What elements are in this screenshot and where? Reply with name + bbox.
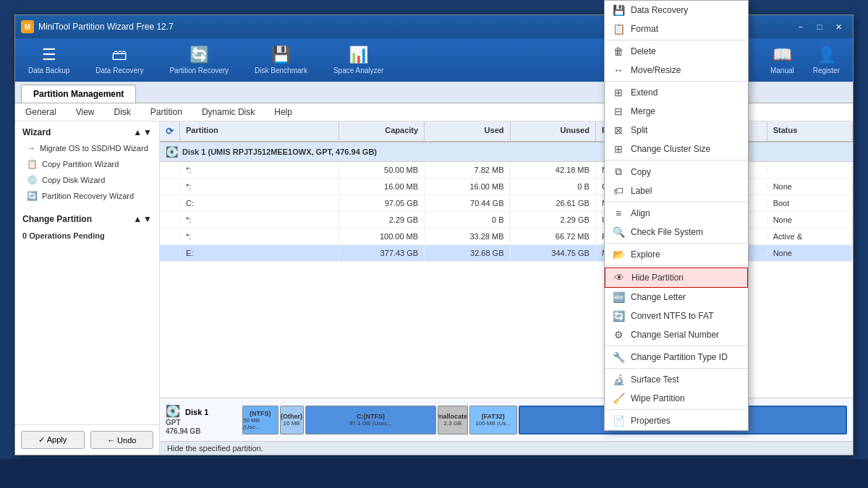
ctx-split[interactable]: ⊠Split [605,121,748,140]
explore-icon: 📂 [612,249,625,260]
minimize-button[interactable]: − [792,20,809,34]
tab-partition-management[interactable]: Partition Management [21,85,136,103]
check-file-system-icon: 🔍 [612,226,625,238]
data-recovery-icon: 🗃 [111,46,127,64]
ctx-label[interactable]: 🏷Label [605,181,748,200]
change-cluster-size-icon: ⊞ [612,143,625,155]
refresh-icon[interactable]: ⟳ [166,126,174,137]
split-icon: ⊠ [612,124,625,136]
disk1-label: Disk 1 (UMIS RPJTJ512MEE1OWX, GPT, 476.9… [182,147,377,156]
register-icon: 👤 [817,46,836,64]
ctx-move-resize[interactable]: ↔Move/Resize [605,61,748,80]
table-row[interactable]: C: 97.05 GB 70.44 GB 26.61 GB NTFS Boot [160,195,853,212]
ctx-copy[interactable]: ⧉Copy [605,162,748,181]
table-row[interactable]: E: 377.43 GB 32.68 GB 344.75 GB NTFS Non… [160,245,853,262]
menu-general[interactable]: General [21,106,61,119]
ctx-label: Change Partition Type ID [631,352,728,362]
sidebar-migrate-os[interactable]: → Migrate OS to SSD/HD Wizard [15,140,159,156]
ctx-label: Split [631,125,647,135]
disk-segment[interactable]: (Other)16 MB [280,406,304,435]
wizard-up-icon[interactable]: ▲ [133,127,142,137]
segment-sub: 97.1 GB (Usec... [349,420,392,427]
row-status: Boot [767,195,853,211]
toolbar-data-backup[interactable]: ☰ Data Backup [22,43,75,77]
menu-disk[interactable]: Disk [110,106,135,119]
menu-help[interactable]: Help [270,106,297,119]
disk-segment[interactable]: (FAT32)100 MB (Us... [469,406,517,435]
toolbar-disk-benchmark[interactable]: 💾 Disk Benchmark [249,43,313,77]
ctx-surface-test[interactable]: 🔬Surface Test [605,370,748,389]
ctx-change-serial[interactable]: ⚙Change Serial Number [605,325,748,344]
table-row[interactable]: *: 50.00 MB 7.82 MB 42.18 MB NTFS [160,162,853,179]
toolbar-register[interactable]: 👤 Register [807,43,846,77]
ctx-wipe-partition[interactable]: 🧹Wipe Partition [605,389,748,408]
close-button[interactable]: ✕ [830,20,847,34]
ctx-align[interactable]: ≡Align [605,204,748,223]
disk-segment[interactable]: (NTFS)50 MB (Use... [242,406,278,435]
disk-segment[interactable]: C:(NTFS)97.1 GB (Usec... [305,406,437,435]
menu-partition[interactable]: Partition [146,106,187,119]
toolbar-disk-benchmark-label: Disk Benchmark [255,67,307,74]
row-indent [160,183,180,190]
ctx-extend[interactable]: ⊞Extend [605,83,748,102]
menu-dynamic-disk[interactable]: Dynamic Disk [197,106,259,119]
disk-icon: 💽 [166,146,178,158]
disk-segments: (NTFS)50 MB (Use...(Other)16 MBC:(NTFS)9… [242,406,847,435]
change-up-icon[interactable]: ▲ [133,214,142,224]
toolbar-manual[interactable]: 📖 Manual [765,43,800,77]
ctx-data-recovery[interactable]: 💾Data Recovery [605,1,748,20]
row-used: 33.28 MB [425,228,510,244]
sidebar-copy-disk[interactable]: 💿 Copy Disk Wizard [15,172,159,188]
sidebar-copy-partition[interactable]: 📋 Copy Partition Wizard [15,156,159,172]
ctx-label: Convert NTFS to FAT [631,311,713,321]
row-capacity: 377.43 GB [339,245,425,261]
table-row[interactable]: *: 16.00 MB 16.00 MB 0 B Other None [160,179,853,195]
ctx-label: Label [631,186,652,196]
ctx-convert-ntfs-fat[interactable]: 🔄Convert NTFS to FAT [605,307,748,325]
maximize-button[interactable]: □ [811,20,828,34]
ctx-check-file-system[interactable]: 🔍Check File System [605,223,748,241]
ctx-explore[interactable]: 📂Explore [605,245,748,264]
change-partition-type-icon: 🔧 [612,351,625,363]
toolbar-data-recovery[interactable]: 🗃 Data Recovery [90,43,149,77]
ctx-format[interactable]: 📋Format [605,20,748,38]
row-status: None [767,212,853,228]
row-used: 0 B [425,212,510,228]
toolbar-partition-recovery[interactable]: 🔄 Partition Recovery [163,43,234,77]
th-unused: Unused [511,121,596,141]
segment-label: (NTFS) [250,410,271,417]
menu-separator [605,160,748,160]
delete-icon: 🗑 [612,46,625,57]
ctx-change-partition-type[interactable]: 🔧Change Partition Type ID [605,348,748,367]
ctx-merge[interactable]: ⊟Merge [605,102,748,121]
ctx-delete[interactable]: 🗑Delete [605,42,748,61]
segment-label: C:(NTFS) [357,413,385,420]
row-indent [160,249,180,257]
convert-ntfs-fat-icon: 🔄 [612,310,625,322]
menu-view[interactable]: View [72,106,99,119]
ctx-properties[interactable]: 📄Properties [605,411,748,430]
apply-button[interactable]: ✓ Apply [21,431,85,449]
table-row[interactable]: *: 100.00 MB 33.28 MB 66.72 MB FAT32 Act… [160,228,853,245]
segment-sub: 16 MB [284,420,300,427]
status-bar: Hide the specified partition. [160,441,853,455]
row-indent [160,233,180,240]
extend-icon: ⊞ [612,87,625,98]
wizard-controls: ▲ ▼ [133,127,152,137]
disk-segment[interactable]: (Unallocated)2.3 GB [438,406,467,435]
change-down-icon[interactable]: ▼ [143,214,152,224]
undo-button[interactable]: ← Undo [90,431,154,449]
row-unused: 0 B [511,179,596,194]
sidebar-partition-recovery-wizard[interactable]: 🔄 Partition Recovery Wizard [15,188,159,204]
table-row[interactable]: *: 2.29 GB 0 B 2.29 GB Unallocated None [160,212,853,228]
wizard-down-icon[interactable]: ▼ [143,127,152,137]
change-partition-controls: ▲ ▼ [133,214,152,224]
menu-separator [605,81,748,82]
move-resize-icon: ↔ [612,64,625,76]
segment-sub: 50 MB (Use... [243,417,278,430]
ctx-change-letter[interactable]: 🔤Change Letter [605,288,748,307]
toolbar-space-analyzer[interactable]: 📊 Space Analyzer [328,43,390,77]
row-partition: E: [180,245,339,261]
ctx-hide-partition[interactable]: 👁Hide Partition [605,267,748,288]
ctx-change-cluster-size[interactable]: ⊞Change Cluster Size [605,140,748,158]
